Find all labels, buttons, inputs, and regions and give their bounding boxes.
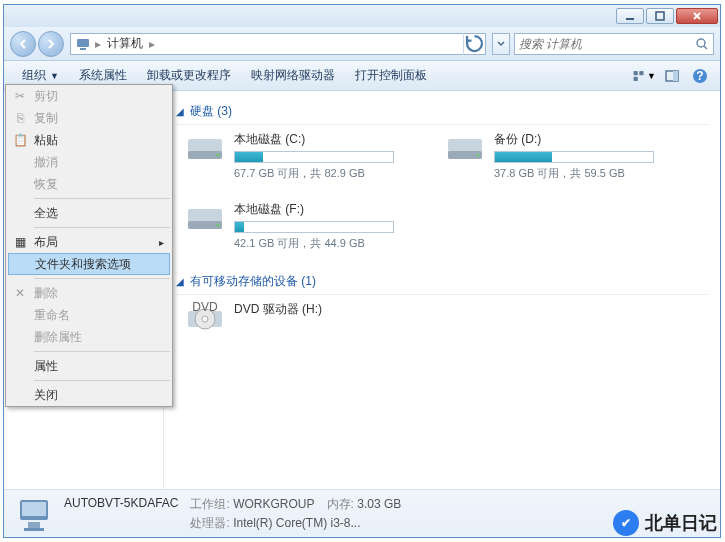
computer-icon (14, 494, 54, 534)
history-dropdown[interactable] (492, 33, 510, 55)
menu-separator (34, 380, 170, 381)
drive-status: 42.1 GB 可用，共 44.9 GB (234, 236, 404, 251)
search-icon (695, 37, 709, 51)
svg-rect-6 (639, 71, 643, 75)
processor: Intel(R) Core(TM) i3-8... (233, 516, 360, 530)
map-drive-button[interactable]: 映射网络驱动器 (241, 61, 345, 90)
forward-button[interactable] (38, 31, 64, 57)
drive-dvd[interactable]: DVD DVD 驱动器 (H:) (184, 301, 404, 337)
menu-redo[interactable]: 恢复 (6, 173, 172, 195)
dvd-icon: DVD (184, 301, 226, 337)
menu-separator (34, 198, 170, 199)
chevron-down-icon: ▼ (50, 71, 59, 81)
drive-name: 本地磁盘 (F:) (234, 201, 404, 218)
address-bar[interactable]: ▸ 计算机 ▸ (70, 33, 486, 55)
svg-rect-31 (24, 528, 44, 531)
menu-separator (34, 278, 170, 279)
back-button[interactable] (10, 31, 36, 57)
svg-rect-0 (626, 18, 634, 20)
svg-point-20 (477, 154, 480, 157)
content-area: ◢硬盘 (3) 本地磁盘 (C:) 67.7 GB 可用，共 82.9 GB 备… (164, 91, 720, 489)
drive-c[interactable]: 本地磁盘 (C:) 67.7 GB 可用，共 82.9 GB (184, 131, 404, 181)
menu-close[interactable]: 关闭 (6, 384, 172, 406)
cut-icon: ✂ (12, 88, 28, 104)
drive-name: DVD 驱动器 (H:) (234, 301, 404, 318)
workgroup: WORKGROUP (233, 497, 314, 511)
capacity-bar (494, 151, 654, 163)
drive-name: 本地磁盘 (C:) (234, 131, 404, 148)
titlebar (4, 5, 720, 27)
search-box[interactable] (514, 33, 714, 55)
svg-rect-2 (77, 39, 89, 47)
breadcrumb-computer[interactable]: 计算机 (101, 34, 149, 54)
watermark-icon: ✔ (613, 510, 639, 536)
collapse-icon: ◢ (176, 106, 184, 117)
search-input[interactable] (519, 37, 695, 51)
section-removable[interactable]: ◢有可移动存储的设备 (1) (176, 269, 708, 295)
delete-icon: ✕ (12, 285, 28, 301)
collapse-icon: ◢ (176, 276, 184, 287)
svg-rect-29 (22, 502, 46, 516)
menu-separator (34, 351, 170, 352)
menu-paste[interactable]: 📋粘贴 (6, 129, 172, 151)
computer-icon (75, 36, 91, 52)
view-mode-button[interactable]: ▼ (632, 65, 656, 87)
control-panel-button[interactable]: 打开控制面板 (345, 61, 437, 90)
watermark: ✔ 北单日记 (613, 510, 717, 536)
svg-rect-1 (656, 12, 664, 20)
menu-undo[interactable]: 撤消 (6, 151, 172, 173)
menu-delete[interactable]: ✕删除 (6, 282, 172, 304)
submenu-arrow-icon: ▸ (159, 237, 164, 248)
copy-icon: ⎘ (12, 110, 28, 126)
svg-point-23 (217, 224, 220, 227)
hdd-icon (184, 201, 226, 237)
watermark-text: 北单日记 (645, 511, 717, 535)
capacity-bar (234, 151, 394, 163)
breadcrumb-sep-icon: ▸ (149, 37, 155, 51)
section-hdd[interactable]: ◢硬盘 (3) (176, 99, 708, 125)
svg-rect-9 (673, 71, 678, 81)
menu-properties[interactable]: 属性 (6, 355, 172, 377)
minimize-button[interactable] (616, 8, 644, 24)
svg-rect-7 (634, 76, 638, 80)
svg-point-26 (202, 316, 208, 322)
drive-d[interactable]: 备份 (D:) 37.8 GB 可用，共 59.5 GB (444, 131, 664, 181)
computer-name: AUTOBVT-5KDAFAC (64, 496, 178, 513)
menu-selectall[interactable]: 全选 (6, 202, 172, 224)
menu-separator (34, 227, 170, 228)
svg-point-4 (697, 39, 705, 47)
capacity-bar (234, 221, 394, 233)
svg-text:DVD: DVD (192, 301, 218, 314)
hdd-icon (184, 131, 226, 167)
close-button[interactable] (676, 8, 718, 24)
help-button[interactable]: ? (688, 65, 712, 87)
svg-rect-30 (28, 522, 40, 528)
menu-copy[interactable]: ⎘复制 (6, 107, 172, 129)
menu-folder-options[interactable]: 文件夹和搜索选项 (8, 253, 170, 275)
menu-layout[interactable]: ▦布局▸ (6, 231, 172, 253)
menu-cut[interactable]: ✂剪切 (6, 85, 172, 107)
refresh-button[interactable] (463, 33, 485, 55)
svg-rect-3 (80, 48, 86, 50)
hdd-icon (444, 131, 486, 167)
drive-f[interactable]: 本地磁盘 (F:) 42.1 GB 可用，共 44.9 GB (184, 201, 404, 251)
drive-status: 37.8 GB 可用，共 59.5 GB (494, 166, 664, 181)
svg-text:?: ? (696, 69, 703, 83)
drive-status: 67.7 GB 可用，共 82.9 GB (234, 166, 404, 181)
preview-pane-button[interactable] (660, 65, 684, 87)
memory: 3.03 GB (357, 497, 401, 511)
menu-removeprops[interactable]: 删除属性 (6, 326, 172, 348)
svg-rect-5 (634, 71, 638, 75)
maximize-button[interactable] (646, 8, 674, 24)
layout-icon: ▦ (12, 234, 28, 250)
paste-icon: 📋 (12, 132, 28, 148)
navbar: ▸ 计算机 ▸ (4, 27, 720, 61)
drive-name: 备份 (D:) (494, 131, 664, 148)
svg-point-17 (217, 154, 220, 157)
menu-rename[interactable]: 重命名 (6, 304, 172, 326)
organize-menu: ✂剪切 ⎘复制 📋粘贴 撤消 恢复 全选 ▦布局▸ 文件夹和搜索选项 ✕删除 重… (5, 84, 173, 407)
